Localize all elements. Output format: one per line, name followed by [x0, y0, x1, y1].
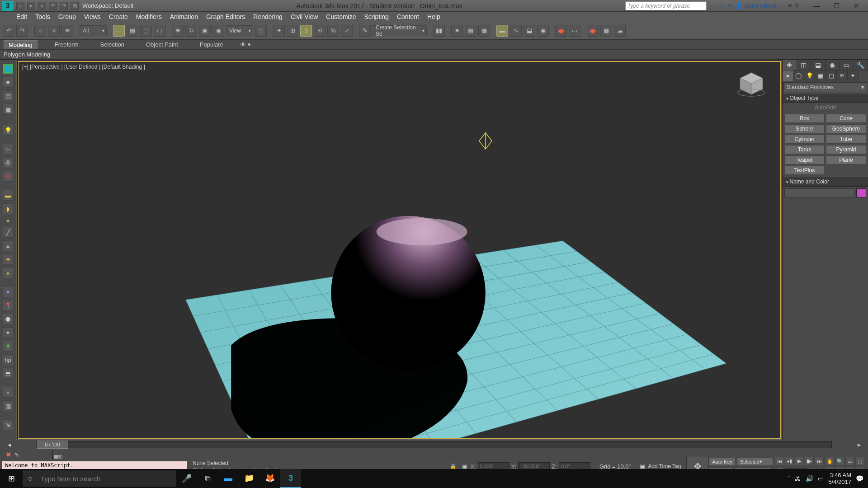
- spacewarps-icon[interactable]: ≋: [837, 70, 848, 81]
- layer-explorer-button[interactable]: ▦: [478, 25, 490, 37]
- geometry-icon[interactable]: ●: [783, 70, 793, 81]
- select-name-button[interactable]: ▤: [127, 25, 138, 37]
- ribbon-eye-icon[interactable]: 👁 ▾: [240, 41, 251, 48]
- time-slider-thumb[interactable]: 0 / 100: [37, 441, 68, 449]
- helpers-icon[interactable]: ▢: [826, 70, 837, 81]
- scale-button[interactable]: ▣: [199, 25, 211, 37]
- ribbon-tab-freeform[interactable]: Freeform: [50, 40, 83, 49]
- hierarchy-tab[interactable]: ⬓: [811, 60, 826, 70]
- app-firefox[interactable]: 🦊: [259, 469, 280, 488]
- mirror-button[interactable]: ▮▮: [433, 25, 445, 37]
- lt-hp-icon[interactable]: hp: [3, 354, 14, 365]
- timeline-prev-icon[interactable]: ◂: [0, 441, 18, 448]
- named-selection-dropdown[interactable]: Create Selection Se: [373, 25, 427, 36]
- motion-tab[interactable]: ◉: [826, 60, 840, 70]
- lt-line-icon[interactable]: ╱: [3, 227, 14, 238]
- schematic-button[interactable]: ⬓: [524, 25, 535, 37]
- primitive-category-dropdown[interactable]: Standard Primitives▾: [783, 82, 867, 92]
- obj-geosphere[interactable]: GeoSphere: [826, 124, 866, 133]
- select-object-button[interactable]: ▭: [113, 25, 125, 37]
- goto-end-button[interactable]: ⏭: [815, 457, 824, 466]
- object-color-swatch[interactable]: [856, 188, 866, 197]
- lt-node-icon[interactable]: ⊹: [3, 144, 14, 155]
- cross-icon[interactable]: ✖: [6, 451, 11, 458]
- menu-create[interactable]: Create: [109, 13, 128, 20]
- prev-frame-button[interactable]: ◂▮: [785, 457, 794, 466]
- close-button[interactable]: ✕: [846, 0, 866, 11]
- lt-sphere-icon[interactable]: ●: [6, 217, 9, 224]
- star-icon[interactable]: ☆: [719, 2, 725, 9]
- menu-civil-view[interactable]: Civil View: [291, 13, 318, 20]
- fav-icon[interactable]: ✦: [727, 2, 732, 9]
- obj-tube[interactable]: Tube: [826, 135, 866, 144]
- obj-box[interactable]: Box: [784, 114, 825, 123]
- tray-volume-icon[interactable]: 🔊: [806, 475, 813, 482]
- autogrid-checkbox[interactable]: AutoGrid: [783, 103, 868, 112]
- shapes-icon[interactable]: ◯: [793, 70, 804, 81]
- display-tab[interactable]: ▭: [840, 60, 854, 70]
- viewcube[interactable]: [736, 70, 767, 97]
- selection-filter-dropdown[interactable]: All: [80, 25, 107, 36]
- cameras-icon[interactable]: ▣: [815, 70, 826, 81]
- taskbar-search-input[interactable]: Type here to search: [23, 470, 176, 487]
- nav-fov-button[interactable]: ▭: [845, 457, 854, 466]
- spinner-snap-button[interactable]: ⤢: [341, 25, 353, 37]
- keyboard-button[interactable]: ⊞: [287, 25, 298, 37]
- project-icon[interactable]: ▤: [71, 2, 79, 10]
- lt-table-icon[interactable]: ▦: [3, 400, 14, 411]
- ribbon-tab-objectpaint[interactable]: Object Paint: [142, 40, 183, 49]
- curve-icon[interactable]: ∿: [14, 451, 19, 458]
- lights-icon[interactable]: 💡: [804, 70, 815, 81]
- exchange-icon[interactable]: ✕: [788, 2, 793, 9]
- next-frame-button[interactable]: ▮▸: [805, 457, 814, 466]
- lt-particles-icon[interactable]: ⁕: [3, 286, 14, 297]
- minimize-button[interactable]: —: [807, 0, 826, 11]
- menu-customize[interactable]: Customize: [326, 13, 356, 20]
- nav-pan-button[interactable]: ✋: [826, 457, 835, 466]
- lt-sun-icon[interactable]: ☀: [3, 254, 14, 265]
- ref-coord-dropdown[interactable]: View: [226, 25, 253, 36]
- username[interactable]: markholley4: [745, 2, 777, 9]
- modify-tab[interactable]: ◫: [797, 60, 811, 70]
- viewport-label[interactable]: [+] [Perspective ] [User Defined ] [Defa…: [22, 64, 145, 70]
- time-ruler[interactable]: 0510152025303540455055606570758085909510…: [52, 450, 53, 460]
- link-button[interactable]: ⟐: [34, 25, 46, 37]
- material-editor-button[interactable]: ◉: [537, 25, 549, 37]
- lt-ball-icon[interactable]: ●: [3, 267, 14, 278]
- systems-icon[interactable]: ✦: [848, 70, 859, 81]
- app-explorer[interactable]: 📁: [239, 469, 259, 488]
- obj-sphere[interactable]: Sphere: [784, 124, 825, 133]
- layer-button[interactable]: ▤: [465, 25, 476, 37]
- menu-modifiers[interactable]: Modifiers: [136, 13, 162, 20]
- app-3dsmax[interactable]: 3: [280, 469, 301, 488]
- lt-grid-icon[interactable]: ▦: [3, 104, 14, 115]
- lt-marker-icon[interactable]: 📍: [3, 300, 14, 311]
- obj-torus[interactable]: Torus: [784, 145, 825, 154]
- render-setup-button[interactable]: 🫖: [555, 25, 567, 37]
- place-button[interactable]: ◉: [212, 25, 224, 37]
- lt-plane-icon[interactable]: ▬: [3, 190, 14, 201]
- select-rect-button[interactable]: ▢: [140, 25, 152, 37]
- edit-sel-button[interactable]: ✎: [359, 25, 371, 37]
- info-icon[interactable]: ⬚: [711, 2, 717, 9]
- rollout-name-color[interactable]: Name and Color: [783, 177, 868, 187]
- tray-chevron-icon[interactable]: ˄: [787, 475, 790, 482]
- lt-mat-icon[interactable]: ●: [3, 387, 14, 398]
- unlink-button[interactable]: ⤫: [48, 25, 60, 37]
- snap-toggle-button[interactable]: 3: [300, 25, 312, 37]
- lt-globe-icon[interactable]: 🌐: [3, 63, 14, 74]
- lt-collapse-icon[interactable]: ⇲: [3, 419, 14, 430]
- taskbar-clock[interactable]: 3:46 AM5/4/2017: [828, 472, 851, 485]
- obj-cone[interactable]: Cone: [826, 114, 866, 123]
- create-tab[interactable]: ✚: [783, 60, 797, 70]
- lt-dome-icon[interactable]: ◗: [3, 203, 14, 214]
- lt-list-icon[interactable]: ≡: [3, 77, 14, 88]
- render-online-button[interactable]: ☁: [614, 25, 626, 37]
- menu-views[interactable]: Views: [84, 13, 101, 20]
- lt-rock-icon[interactable]: ◓: [3, 368, 14, 379]
- render-iter-button[interactable]: ▦: [600, 25, 612, 37]
- add-time-tag[interactable]: Add Time Tag: [648, 463, 681, 469]
- save-icon[interactable]: ▪: [38, 2, 46, 10]
- align-button[interactable]: ≡: [451, 25, 463, 37]
- lt-bone-icon[interactable]: ⦿: [3, 157, 14, 168]
